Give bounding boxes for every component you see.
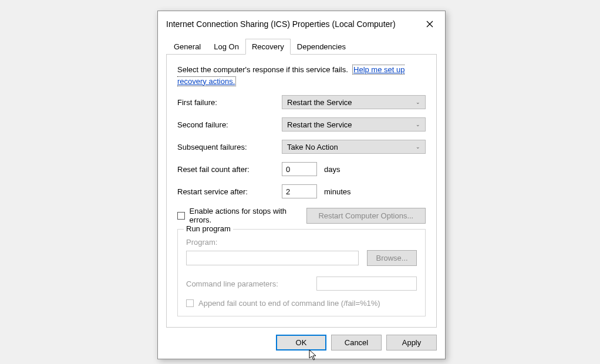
apply-button[interactable]: Apply (386, 335, 437, 350)
cmdline-label: Command line parameters: (186, 279, 316, 288)
row-first-failure: First failure: Restart the Service ⌄ (177, 95, 426, 109)
close-icon (426, 21, 433, 28)
restart-computer-options-button[interactable]: Restart Computer Options... (306, 208, 426, 224)
run-program-group: Run program Program: Browse... Command l… (177, 229, 426, 316)
tab-dependencies[interactable]: Dependencies (291, 39, 352, 55)
close-button[interactable] (423, 17, 437, 31)
tab-recovery[interactable]: Recovery (245, 39, 291, 55)
row-cmdline: Command line parameters: (186, 277, 417, 291)
tab-general[interactable]: General (167, 39, 207, 55)
first-failure-label: First failure: (177, 98, 282, 107)
program-label: Program: (186, 238, 417, 247)
titlebar: Internet Connection Sharing (ICS) Proper… (158, 11, 445, 36)
second-failure-label: Second failure: (177, 120, 282, 129)
program-input (186, 251, 359, 265)
tab-control: General Log On Recovery Dependencies Sel… (166, 38, 437, 328)
tab-logon[interactable]: Log On (207, 39, 245, 55)
row-second-failure: Second failure: Restart the Service ⌄ (177, 117, 426, 132)
chevron-down-icon: ⌄ (416, 144, 420, 150)
tab-strip: General Log On Recovery Dependencies (166, 38, 437, 55)
cancel-button[interactable]: Cancel (331, 335, 382, 350)
row-restart-after: Restart service after: minutes (177, 184, 426, 198)
intro-static: Select the computer's response if this s… (177, 65, 348, 74)
row-append-fail: Append fail count to end of command line… (186, 299, 417, 308)
chevron-down-icon: ⌄ (416, 99, 420, 105)
restart-after-unit: minutes (324, 187, 351, 196)
row-enable-stops: Enable actions for stops with errors. Re… (177, 207, 426, 224)
reset-count-label: Reset fail count after: (177, 165, 282, 174)
first-failure-value: Restart the Service (287, 98, 352, 107)
subsequent-failures-label: Subsequent failures: (177, 143, 282, 151)
dialog-title: Internet Connection Sharing (ICS) Proper… (166, 19, 396, 29)
restart-after-input[interactable] (282, 184, 317, 198)
append-fail-checkbox (186, 299, 194, 307)
tab-page-recovery: Select the computer's response if this s… (166, 55, 437, 328)
ok-button[interactable]: OK (276, 335, 326, 350)
first-failure-dropdown[interactable]: Restart the Service ⌄ (282, 95, 426, 109)
subsequent-failures-value: Take No Action (287, 143, 338, 151)
properties-dialog: Internet Connection Sharing (ICS) Proper… (157, 11, 446, 359)
second-failure-dropdown[interactable]: Restart the Service ⌄ (282, 117, 426, 132)
intro-text: Select the computer's response if this s… (177, 64, 426, 87)
enable-stops-checkbox[interactable] (177, 212, 185, 220)
reset-count-input[interactable] (282, 162, 317, 176)
second-failure-value: Restart the Service (287, 120, 352, 129)
chevron-down-icon: ⌄ (416, 122, 420, 127)
append-fail-label: Append fail count to end of command line… (198, 299, 380, 308)
subsequent-failures-dropdown[interactable]: Take No Action ⌄ (282, 140, 426, 154)
browse-button[interactable]: Browse... (367, 250, 417, 266)
dialog-footer: OK Cancel Apply (158, 328, 445, 359)
enable-stops-label: Enable actions for stops with errors. (190, 207, 306, 224)
reset-count-unit: days (324, 165, 340, 174)
row-reset-count: Reset fail count after: days (177, 162, 426, 176)
row-subsequent-failures: Subsequent failures: Take No Action ⌄ (177, 140, 426, 154)
run-program-legend: Run program (184, 224, 233, 233)
cmdline-input (316, 277, 417, 291)
restart-after-label: Restart service after: (177, 187, 282, 196)
